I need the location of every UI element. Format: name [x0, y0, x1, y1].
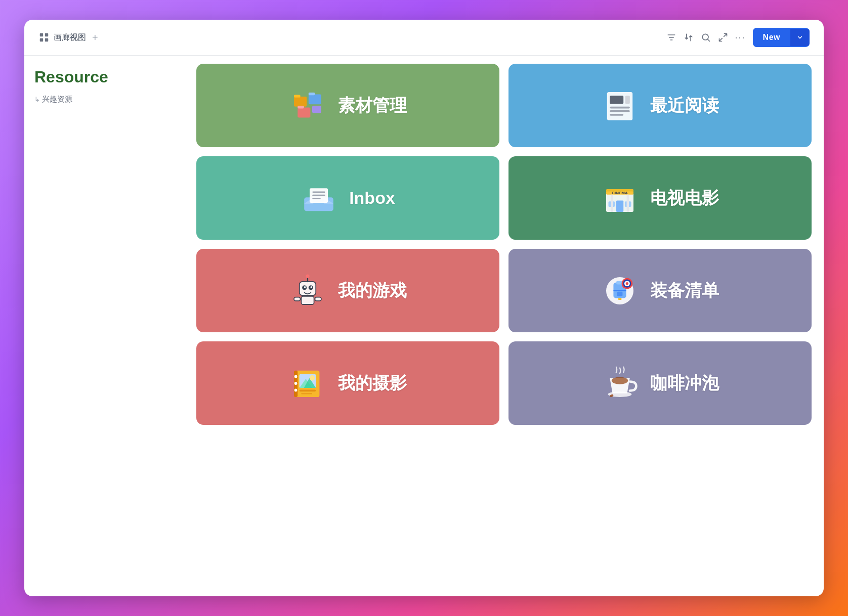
- main-content: 素材管理 最近阅读: [196, 56, 824, 596]
- svg-rect-48: [613, 290, 626, 291]
- card-zhuangbei-label: 装备清单: [650, 279, 719, 302]
- search-icon[interactable]: [701, 32, 711, 42]
- svg-point-57: [294, 374, 298, 378]
- robot-icon: [289, 273, 326, 309]
- filter-icon[interactable]: [666, 32, 676, 42]
- svg-point-41: [306, 274, 309, 278]
- svg-rect-18: [610, 106, 630, 108]
- svg-rect-15: [312, 106, 321, 113]
- svg-point-38: [304, 286, 306, 288]
- resize-icon[interactable]: [718, 32, 728, 42]
- new-dropdown-button[interactable]: [790, 29, 810, 46]
- card-zuijin-label: 最近阅读: [650, 94, 719, 117]
- card-kafei-label: 咖啡冲泡: [650, 372, 719, 395]
- card-sucai[interactable]: 素材管理: [196, 64, 499, 147]
- header-right: ··· New: [666, 28, 810, 47]
- breadcrumb: ↳ 兴趣资源: [34, 95, 186, 104]
- card-sheying[interactable]: 我的摄影: [196, 341, 499, 425]
- svg-point-59: [294, 388, 298, 391]
- svg-rect-21: [625, 96, 629, 104]
- svg-rect-49: [617, 291, 622, 296]
- card-sucai-label: 素材管理: [338, 94, 407, 117]
- grid-view-icon[interactable]: [38, 32, 50, 43]
- svg-text:CINEMA: CINEMA: [612, 190, 628, 195]
- svg-rect-34: [626, 194, 629, 211]
- svg-rect-9: [294, 97, 307, 107]
- svg-rect-20: [610, 114, 623, 116]
- svg-rect-24: [313, 191, 325, 193]
- svg-rect-17: [610, 96, 623, 104]
- add-view-icon[interactable]: +: [90, 30, 100, 46]
- svg-rect-1: [45, 33, 48, 36]
- sidebar: Resource ↳ 兴趣资源: [24, 56, 196, 596]
- card-sheying-label: 我的摄影: [338, 372, 407, 395]
- svg-rect-10: [294, 95, 301, 97]
- new-button[interactable]: New: [753, 28, 790, 47]
- svg-rect-44: [315, 297, 321, 300]
- breadcrumb-label: 兴趣资源: [42, 95, 72, 104]
- svg-rect-12: [308, 92, 315, 95]
- svg-rect-43: [294, 297, 301, 300]
- content-area: Resource ↳ 兴趣资源: [24, 56, 824, 596]
- card-zuijin[interactable]: 最近阅读: [508, 64, 812, 147]
- svg-line-8: [707, 39, 709, 41]
- files-icon: [289, 87, 326, 124]
- svg-rect-13: [298, 107, 310, 117]
- header: 画廊视图 +: [24, 20, 824, 56]
- card-youxi[interactable]: 我的游戏: [196, 249, 499, 332]
- inbox-icon: [301, 180, 337, 216]
- svg-rect-30: [616, 200, 623, 212]
- svg-rect-35: [299, 282, 315, 295]
- coffee-icon: [602, 365, 638, 402]
- svg-rect-65: [299, 389, 315, 391]
- svg-rect-33: [611, 194, 613, 211]
- svg-rect-0: [40, 33, 43, 36]
- cinema-icon: CINEMA: [602, 180, 638, 216]
- svg-rect-50: [618, 298, 621, 300]
- card-inbox-label: Inbox: [349, 188, 395, 208]
- svg-rect-11: [308, 94, 321, 104]
- svg-point-58: [294, 381, 298, 385]
- svg-rect-25: [313, 194, 325, 196]
- svg-point-67: [611, 377, 627, 384]
- svg-point-64: [309, 375, 315, 380]
- svg-rect-26: [313, 198, 321, 199]
- svg-point-39: [310, 286, 312, 288]
- svg-rect-66: [301, 392, 312, 394]
- card-dianshi-label: 电视电影: [650, 187, 719, 210]
- card-zhuangbei[interactable]: 装备清单: [508, 249, 812, 332]
- breadcrumb-arrow: ↳: [34, 96, 40, 103]
- more-icon[interactable]: ···: [735, 32, 746, 43]
- new-button-group[interactable]: New: [753, 28, 810, 47]
- card-kafei[interactable]: 咖啡冲泡: [508, 341, 812, 425]
- header-left: 画廊视图 +: [38, 30, 660, 46]
- photo-icon: [289, 365, 326, 402]
- page-title: Resource: [34, 68, 186, 86]
- card-youxi-label: 我的游戏: [338, 279, 407, 302]
- app-window: 画廊视图 +: [24, 20, 824, 596]
- card-dianshi[interactable]: CINEMA 电视电影: [508, 156, 812, 240]
- svg-rect-14: [298, 106, 304, 108]
- newspaper-icon: [602, 87, 638, 124]
- svg-rect-42: [301, 296, 314, 304]
- gallery-grid: 素材管理 最近阅读: [196, 64, 812, 425]
- svg-rect-2: [40, 38, 43, 41]
- equipment-icon: [602, 273, 638, 309]
- svg-rect-19: [610, 110, 630, 112]
- view-label: 画廊视图: [54, 32, 86, 43]
- svg-point-54: [625, 282, 628, 284]
- sort-icon[interactable]: [684, 32, 694, 42]
- svg-rect-3: [45, 38, 48, 41]
- card-inbox[interactable]: Inbox: [196, 156, 499, 240]
